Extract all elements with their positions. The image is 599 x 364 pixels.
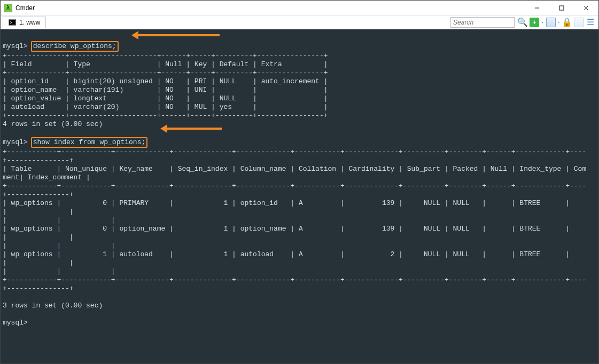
close-button[interactable] bbox=[574, 1, 598, 15]
prompt: mysql> bbox=[3, 319, 28, 327]
index-table: +------------+------------+-------------… bbox=[3, 148, 586, 292]
command-show-index: show index from wp_options; bbox=[31, 137, 148, 148]
window-mode-icon[interactable] bbox=[574, 18, 584, 27]
title-bar: λ Cmder bbox=[1, 1, 598, 15]
annotation-arrow-2 bbox=[163, 128, 222, 130]
menu-icon[interactable]: ☰ bbox=[586, 18, 595, 27]
split-pane-icon[interactable] bbox=[546, 18, 556, 27]
search-input[interactable] bbox=[450, 17, 515, 28]
svg-rect-1 bbox=[559, 6, 564, 10]
lock-icon[interactable]: 🔒 bbox=[562, 18, 572, 27]
prompt: mysql> bbox=[3, 42, 28, 50]
search-icon[interactable]: 🔍 bbox=[518, 18, 527, 27]
prompt: mysql> bbox=[3, 138, 28, 146]
describe-table: +--------------+---------------------+--… bbox=[3, 52, 328, 120]
console-icon: >_ bbox=[9, 19, 16, 26]
app-icon: λ bbox=[4, 4, 12, 12]
describe-footer: 4 rows in set (0.00 sec) bbox=[3, 120, 103, 128]
app-window: λ Cmder >_ 1. www 🔍 + · · 🔒 ☰ bbox=[0, 0, 599, 364]
new-tab-button[interactable]: + bbox=[530, 18, 539, 27]
index-footer: 3 rows in set (0.00 sec) bbox=[3, 302, 103, 310]
window-title: Cmder bbox=[15, 4, 35, 12]
toolbar-icons: 🔍 + · · 🔒 ☰ bbox=[515, 18, 598, 27]
minimize-button[interactable] bbox=[525, 1, 549, 15]
tab-bar: >_ 1. www 🔍 + · · 🔒 ☰ bbox=[1, 15, 598, 29]
annotation-arrow-1 bbox=[134, 34, 220, 36]
tab-1-www[interactable]: >_ 1. www bbox=[3, 17, 46, 28]
command-describe: describe wp_options; bbox=[31, 41, 119, 52]
maximize-button[interactable] bbox=[549, 1, 574, 15]
tab-label: 1. www bbox=[19, 19, 40, 26]
terminal-output[interactable]: mysql> describe wp_options; +-----------… bbox=[1, 29, 598, 363]
